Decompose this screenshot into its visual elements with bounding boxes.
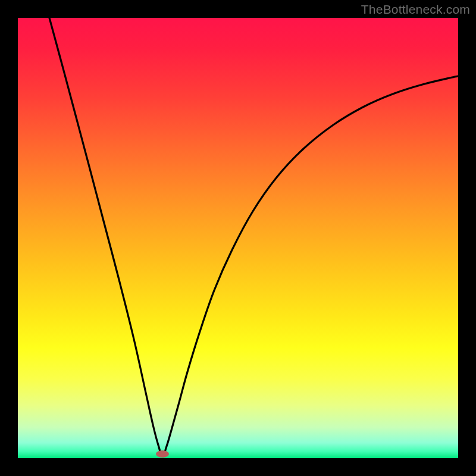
minimum-marker — [156, 450, 169, 458]
chart-frame: TheBottleneck.com — [0, 0, 476, 476]
chart-svg — [18, 18, 458, 458]
watermark-text: TheBottleneck.com — [361, 2, 470, 17]
plot-area — [18, 18, 458, 458]
